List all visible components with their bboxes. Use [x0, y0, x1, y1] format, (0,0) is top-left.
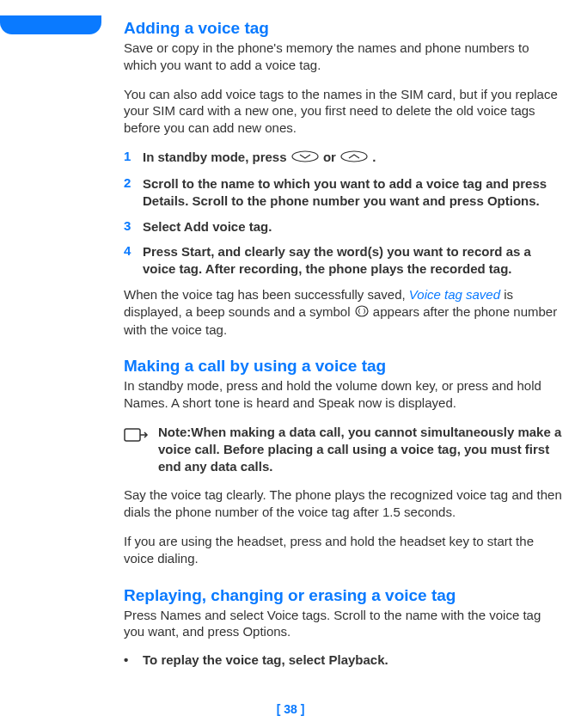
- step-3: 3 Select Add voice tag.: [124, 218, 562, 236]
- note-block: Note:When making a data call, you cannot…: [124, 424, 562, 474]
- bullet-item: • To replay the voice tag, select Playba…: [124, 652, 562, 667]
- section-title-replaying: Replaying, changing or erasing a voice t…: [124, 586, 562, 605]
- voice-tag-symbol-icon: [355, 304, 369, 321]
- note-body: When making a data call, you cannot simu…: [158, 425, 561, 474]
- page-number: [ 38 ]: [0, 702, 581, 716]
- paragraph: When the voice tag has been successfully…: [124, 286, 562, 339]
- step-text: In standby mode, press or .: [143, 149, 376, 167]
- section-title-adding: Adding a voice tag: [124, 19, 562, 38]
- emphasis-text: Voice tag saved: [409, 287, 500, 302]
- svg-rect-3: [125, 429, 140, 441]
- header-tab: [0, 15, 101, 34]
- page-content: Adding a voice tag Save or copy in the p…: [124, 19, 562, 667]
- key-down-icon: [291, 150, 319, 167]
- paragraph: In standby mode, press and hold the volu…: [124, 377, 562, 412]
- step-number: 3: [124, 218, 143, 236]
- step-text-part: In standby mode, press: [143, 150, 290, 164]
- paragraph: You can also add voice tags to the names…: [124, 86, 562, 137]
- svg-point-1: [341, 151, 367, 162]
- bullet-dot: •: [124, 652, 143, 667]
- step-2: 2 Scroll to the name to which you want t…: [124, 175, 562, 210]
- bullet-text: To replay the voice tag, select Playback…: [143, 652, 388, 667]
- svg-point-2: [356, 306, 368, 316]
- step-text: Press Start, and clearly say the word(s)…: [143, 243, 562, 278]
- svg-point-0: [292, 151, 318, 162]
- step-text-part: .: [372, 150, 376, 164]
- paragraph: If you are using the headset, press and …: [124, 533, 562, 567]
- key-up-icon: [340, 150, 368, 167]
- note-text: Note:When making a data call, you cannot…: [158, 424, 562, 474]
- paragraph: Save or copy in the phone's memory the n…: [124, 40, 562, 74]
- step-text-part: or: [323, 150, 339, 164]
- step-text: Select Add voice tag.: [143, 218, 272, 236]
- section-title-making-call: Making a call by using a voice tag: [124, 357, 562, 376]
- step-number: 4: [124, 243, 143, 278]
- step-number: 1: [124, 149, 143, 167]
- step-1: 1 In standby mode, press or .: [124, 149, 562, 167]
- note-label: Note:: [158, 425, 191, 439]
- note-icon: [124, 424, 153, 474]
- text-part: When the voice tag has been successfully…: [124, 287, 409, 302]
- step-number: 2: [124, 175, 143, 210]
- paragraph: Say the voice tag clearly. The phone pla…: [124, 486, 562, 521]
- paragraph: Press Names and select Voice tags. Scrol…: [124, 607, 562, 641]
- step-4: 4 Press Start, and clearly say the word(…: [124, 243, 562, 278]
- step-text: Scroll to the name to which you want to …: [143, 175, 562, 210]
